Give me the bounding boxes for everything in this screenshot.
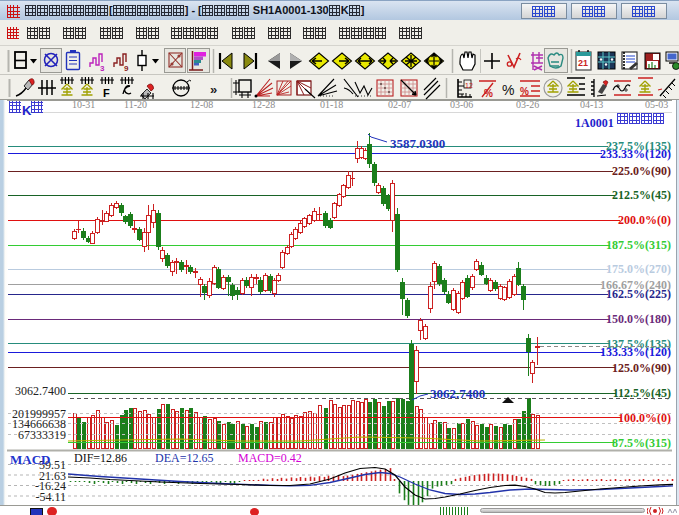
svg-text:150.0%(180): 150.0%(180) (606, 312, 671, 326)
svg-text:12-28: 12-28 (252, 99, 275, 110)
svg-text:DEA=12.65: DEA=12.65 (155, 451, 213, 465)
svg-text:3062.7400: 3062.7400 (15, 384, 66, 398)
svg-text:133.33%(120): 133.33%(120) (600, 345, 671, 359)
svg-text:01-18: 01-18 (320, 99, 343, 110)
svg-text:162.5%(225): 162.5%(225) (606, 287, 671, 301)
svg-text:-54.11: -54.11 (35, 490, 66, 504)
svg-text:225.0%(90): 225.0%(90) (612, 164, 671, 178)
svg-text:200.0%(0): 200.0%(0) (618, 213, 671, 227)
svg-text:212.5%(45): 212.5%(45) (612, 188, 671, 202)
svg-text:100.0%(0): 100.0%(0) (618, 411, 671, 425)
svg-text:05-03: 05-03 (645, 99, 668, 110)
svg-text:187.5%(315): 187.5%(315) (606, 238, 671, 252)
svg-text:3587.0300: 3587.0300 (390, 136, 445, 151)
svg-text:233.33%(120): 233.33%(120) (600, 147, 671, 161)
svg-text:DIF=12.86: DIF=12.86 (74, 451, 127, 465)
svg-text:04-13: 04-13 (580, 99, 603, 110)
svg-text:125.0%(90): 125.0%(90) (612, 361, 671, 375)
svg-text:02-07: 02-07 (388, 99, 411, 110)
svg-text:87.5%(315): 87.5%(315) (612, 436, 671, 450)
svg-text:11-20: 11-20 (124, 99, 147, 110)
svg-text:67333319: 67333319 (18, 428, 66, 442)
svg-text:03-06: 03-06 (450, 99, 473, 110)
svg-text:12-08: 12-08 (190, 99, 213, 110)
svg-text:03-26: 03-26 (516, 99, 539, 110)
svg-text:10-31: 10-31 (72, 99, 95, 110)
svg-text:175.0%(270): 175.0%(270) (606, 262, 671, 276)
svg-text:112.5%(45): 112.5%(45) (613, 386, 671, 400)
svg-text:3062.7400: 3062.7400 (430, 386, 485, 401)
svg-text:MACD=0.42: MACD=0.42 (238, 451, 302, 465)
